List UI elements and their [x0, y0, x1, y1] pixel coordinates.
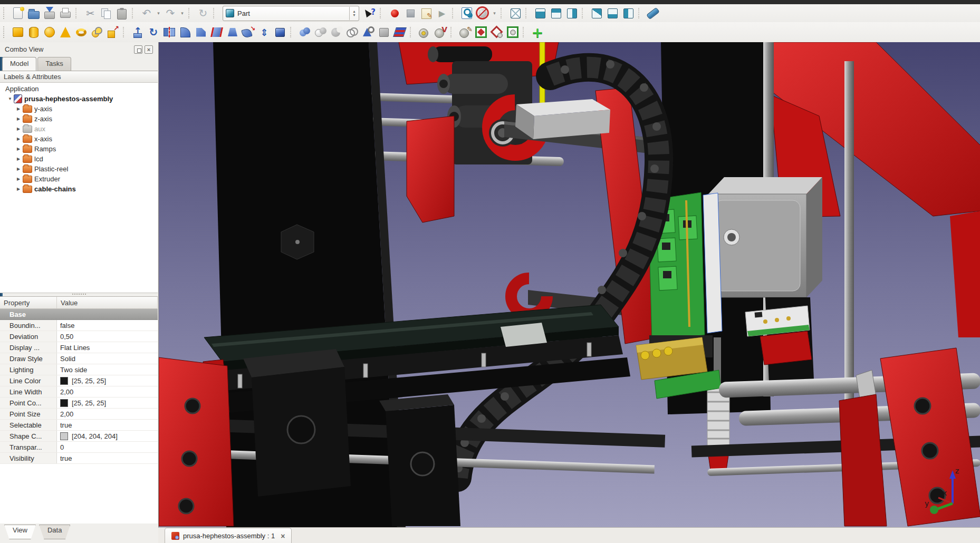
workbench-selector[interactable]: Part▴▾ — [223, 6, 359, 21]
panel-splitter[interactable] — [0, 292, 158, 296]
tree-row-document[interactable]: ▼prusa-hephestos-assembly — [0, 94, 158, 104]
expand-arrow-icon[interactable]: ▼ — [7, 96, 13, 101]
tree-row-aux[interactable]: ▶aux — [0, 124, 158, 134]
ruled-surface-icon[interactable] — [209, 25, 224, 40]
printer-model-scene[interactable]: z x y — [159, 42, 980, 527]
property-value[interactable]: 0,50 — [57, 331, 158, 342]
cross-sections-icon[interactable] — [392, 25, 407, 40]
view-right-icon[interactable] — [564, 6, 579, 21]
property-row[interactable]: Shape C...[204, 204, 204] — [0, 431, 158, 442]
defeaturing-icon[interactable] — [377, 25, 391, 40]
whats-this-icon[interactable] — [362, 6, 377, 21]
property-row[interactable]: Transpar...0 — [0, 442, 158, 453]
property-value[interactable]: false — [57, 320, 158, 331]
property-value[interactable]: Solid — [57, 353, 158, 364]
tree-column-header[interactable]: Labels & Attributes — [0, 71, 158, 83]
create-primitives-icon[interactable] — [90, 25, 104, 40]
dropdown-arrow-icon[interactable]: ▾ — [155, 6, 162, 20]
property-value[interactable]: [204, 204, 204] — [57, 431, 158, 441]
measure-toggle-3d-icon[interactable] — [489, 25, 504, 40]
new-file-icon[interactable] — [11, 6, 25, 21]
check-geometry-icon[interactable] — [361, 25, 376, 40]
open-file-icon[interactable] — [26, 6, 41, 21]
thickness-icon[interactable] — [273, 25, 287, 40]
collapse-arrow-icon[interactable]: ▶ — [16, 177, 21, 181]
addon-plus-icon[interactable] — [530, 25, 545, 40]
collapse-arrow-icon[interactable]: ▶ — [16, 187, 21, 191]
tab-tasks[interactable]: Tasks — [37, 57, 71, 71]
property-row[interactable]: Boundin...false — [0, 320, 158, 331]
tree-row-z-axis[interactable]: ▶z-axis — [0, 114, 158, 124]
tree-row-cable-chains[interactable]: ▶cable-chains — [0, 184, 158, 194]
view-bottom-icon[interactable] — [605, 6, 620, 21]
property-value[interactable]: Flat Lines — [57, 342, 158, 353]
property-row[interactable]: Display ...Flat Lines — [0, 342, 158, 353]
toolbar-drag-handle[interactable] — [3, 26, 8, 38]
boolean-union-icon[interactable] — [297, 25, 312, 40]
sphere-icon[interactable] — [42, 25, 57, 40]
property-row[interactable]: Selectabletrue — [0, 420, 158, 431]
property-row[interactable]: Visibilitytrue — [0, 453, 158, 464]
property-row[interactable]: LightingTwo side — [0, 364, 158, 375]
property-group-base[interactable]: Base — [0, 309, 158, 320]
save-file-icon[interactable] — [42, 6, 57, 21]
view-front-icon[interactable] — [533, 6, 547, 21]
refresh-icon[interactable] — [196, 6, 210, 21]
fillet-icon[interactable] — [178, 25, 193, 40]
box-icon[interactable] — [11, 25, 25, 40]
macro-stop-icon[interactable] — [403, 6, 418, 21]
property-value[interactable]: [25, 25, 25] — [57, 375, 158, 386]
view-top-icon[interactable] — [549, 6, 563, 21]
cylinder-icon[interactable] — [26, 25, 41, 40]
measure-angular-icon[interactable] — [433, 25, 448, 40]
collapse-arrow-icon[interactable]: ▶ — [16, 137, 21, 141]
measure-refresh-icon[interactable] — [458, 25, 473, 40]
macro-edit-icon[interactable] — [419, 6, 434, 21]
3d-viewport[interactable]: z x y — [158, 42, 980, 527]
tree-row[interactable]: Application — [0, 84, 158, 94]
document-tab-close-icon[interactable]: × — [281, 532, 285, 540]
loft-icon[interactable] — [225, 25, 240, 40]
tab-data[interactable]: Data — [39, 525, 70, 539]
property-row[interactable]: Deviation0,50 — [0, 331, 158, 342]
measure-distance-icon[interactable] — [646, 6, 660, 21]
macro-play-icon[interactable] — [435, 6, 449, 21]
offset-icon[interactable] — [257, 25, 272, 40]
tree-row-Plastic-reel[interactable]: ▶Plastic-reel — [0, 164, 158, 174]
toolbar-drag-handle[interactable] — [3, 7, 8, 19]
collapse-arrow-icon[interactable]: ▶ — [16, 157, 21, 161]
print-icon[interactable] — [58, 6, 73, 21]
collapse-arrow-icon[interactable]: ▶ — [16, 147, 21, 151]
view-left-icon[interactable] — [621, 6, 636, 21]
view-axonometric-icon[interactable] — [508, 6, 523, 21]
measure-toggle-delta-icon[interactable] — [505, 25, 520, 40]
boolean-common-icon[interactable] — [313, 25, 328, 40]
cone-icon[interactable] — [58, 25, 73, 40]
view-rear-icon[interactable] — [589, 6, 604, 21]
property-value[interactable]: [25, 25, 25] — [57, 397, 158, 408]
macro-record-icon[interactable] — [387, 6, 402, 21]
collapse-arrow-icon[interactable]: ▶ — [16, 127, 21, 131]
property-value[interactable]: 0 — [57, 442, 158, 452]
workbench-spinner[interactable]: ▴▾ — [349, 7, 359, 20]
extrude-icon[interactable] — [130, 25, 145, 40]
undo-icon[interactable] — [139, 6, 154, 21]
draw-style-icon[interactable] — [475, 6, 490, 21]
boolean-cut-icon[interactable] — [329, 25, 344, 40]
property-value[interactable]: true — [57, 453, 158, 463]
panel-float-icon[interactable] — [134, 45, 142, 54]
cut-icon[interactable] — [83, 6, 98, 21]
zoom-fit-all-icon[interactable] — [459, 6, 474, 21]
collapse-arrow-icon[interactable]: ▶ — [16, 167, 21, 171]
collapse-arrow-icon[interactable]: ▶ — [16, 117, 21, 121]
property-value[interactable]: 2,00 — [57, 409, 158, 419]
revolve-icon[interactable] — [146, 25, 161, 40]
property-column-header[interactable]: Property — [0, 297, 57, 308]
property-row[interactable]: Point Co...[25, 25, 25] — [0, 397, 158, 409]
tab-view[interactable]: View — [4, 525, 36, 539]
tree-row-lcd[interactable]: ▶lcd — [0, 154, 158, 164]
measure-linear-icon[interactable] — [417, 25, 432, 40]
redo-icon[interactable] — [163, 6, 178, 21]
collapse-arrow-icon[interactable]: ▶ — [16, 106, 21, 111]
paste-icon[interactable] — [114, 6, 129, 21]
